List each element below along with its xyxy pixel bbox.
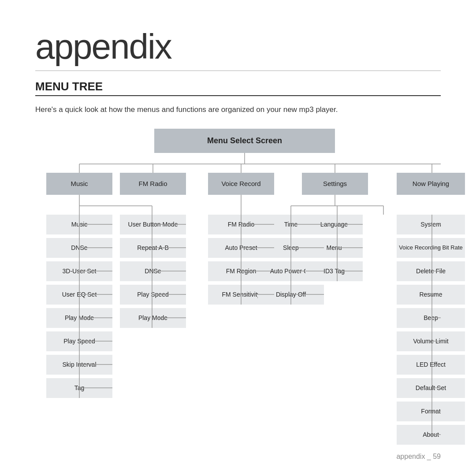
page-footer: appendix _ 59 [396,453,441,461]
set-language: Language [305,215,363,234]
music-playmode: Play Mode [46,308,112,328]
sys-volumelimit: Volume Limit [397,331,465,351]
music-dnse: DNSe [46,238,112,258]
root-box: Menu Select Screen [154,129,335,153]
fmr-repeata-b: Repeat A-B [120,238,186,258]
level1-fmradio: FM Radio [120,173,186,195]
level1-music: Music [46,173,112,195]
level1-nowplaying: Now Playing [397,173,465,195]
set-id3tag: ID3 Tag [305,261,363,281]
description: Here's a quick look at how the menus and… [35,104,441,115]
music-usereqset: User EQ Set [46,285,112,305]
section-title: MENU TREE [35,80,441,93]
sys-system: System [397,215,465,234]
sys-beep: Beep [397,308,465,328]
music-skipinterval: Skip Interval [46,355,112,375]
set-displayoff: Display Off [258,285,324,305]
set-menu: Menu [305,238,363,258]
tree-diagram: Menu Select Screen Music FM Radio Voice … [35,129,441,437]
sys-defaultset: Default Set [397,378,465,398]
fmr-playmode: Play Mode [120,308,186,328]
sys-deletefile: Delete File [397,261,465,281]
level1-voicerecord: Voice Record [208,173,274,195]
fmr-dnse: DNSe [120,261,186,281]
sys-voicerecordingbitrate: Voice Recording Bit Rate [397,238,465,258]
music-music: Music [46,215,112,234]
sys-format: Format [397,402,465,421]
fmr-userbuttonmode: User Button Mode [120,215,186,234]
level1-settings: Settings [302,173,368,195]
sys-about: About [397,425,465,445]
page: appendix MENU TREE Here's a quick look a… [0,0,476,476]
sys-resume: Resume [397,285,465,305]
sys-ledeffect: LED Effect [397,355,465,375]
music-3duserset: 3D-User Set [46,261,112,281]
appendix-title: appendix [35,26,441,67]
fmr-playspeed: Play Speed [120,285,186,305]
music-playspeed: Play Speed [46,331,112,351]
music-tag: Tag [46,378,112,398]
